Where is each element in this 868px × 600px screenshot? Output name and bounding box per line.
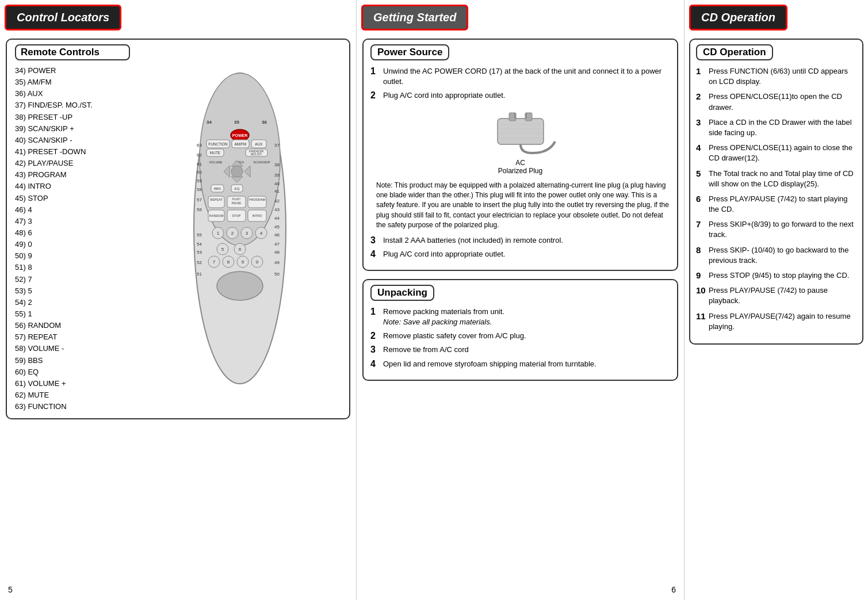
svg-text:53: 53 (197, 250, 202, 255)
cd-op-title: CD Operation (696, 44, 773, 60)
svg-text:52: 52 (197, 260, 202, 265)
cd-op-item: 2Press OPEN/CLOSE(11)to open the CD draw… (696, 91, 856, 112)
svg-text:VOLUME: VOLUME (209, 160, 223, 164)
svg-text:3: 3 (245, 231, 248, 236)
rc-list-item: 45) STOP (15, 193, 130, 204)
rc-list-item: 40) SCAN/SKIP - (15, 135, 130, 146)
cd-op-text: Press OPEN/CLOSE(11) again to close the … (709, 143, 856, 163)
power-steps: 1 Unwind the AC POWER CORD (17) at the b… (370, 66, 670, 101)
rc-list: 34) POWER35) AM/FM36) AUX37) FIND/ESP. M… (15, 65, 130, 412)
remote-controls-box: Remote Controls 34) POWER35) AM/FM36) AU… (6, 39, 350, 419)
step-text-2: Plug A/C cord into appropriate outlet. (383, 90, 670, 101)
unpack-text-2: Remove plastic safety cover from A/C plu… (383, 331, 670, 341)
svg-text:60: 60 (197, 170, 202, 175)
rc-list-item: 35) AM/FM (15, 77, 130, 88)
cd-op-num: 2 (696, 91, 709, 112)
right-header: CD Operation (689, 5, 787, 30)
cd-op-item: 4Press OPEN/CLOSE(11) again to close the… (696, 143, 856, 163)
svg-text:61: 61 (197, 162, 202, 167)
svg-text:FUNCTION: FUNCTION (208, 142, 228, 146)
rc-list-item: 49) 0 (15, 239, 130, 250)
svg-text:50: 50 (274, 272, 280, 277)
power-note: Note: This product may be equipped with … (376, 181, 670, 231)
svg-point-36 (231, 166, 243, 177)
cd-op-num: 10 (696, 285, 709, 306)
rc-list-item: 48) 6 (15, 227, 130, 239)
svg-text:37: 37 (274, 143, 280, 148)
middle-panel: Getting Started Power Source 1 Unwind th… (357, 0, 685, 600)
svg-text:44: 44 (274, 216, 280, 221)
power-step-1: 1 Unwind the AC POWER CORD (17) at the b… (370, 66, 670, 87)
svg-text:39: 39 (274, 173, 280, 178)
rc-list-item: 34) POWER (15, 65, 130, 77)
rc-list-item: 41) PRESET -DOWN (15, 146, 130, 158)
rc-list-item: 61) VOLUME + (15, 378, 130, 389)
svg-text:51: 51 (197, 272, 202, 277)
unpack-text-3: Remove tie from A/C cord (383, 345, 670, 355)
svg-text:54: 54 (197, 242, 202, 247)
step-num-4: 4 (370, 249, 383, 259)
rc-list-item: 62) MUTE (15, 389, 130, 401)
cd-op-text: Press OPEN/CLOSE(11)to open the CD drawe… (709, 91, 856, 112)
cd-op-item: 3Place a CD in the CD Drawer with the la… (696, 117, 856, 138)
cd-op-item: 5The Total track no and Total play time … (696, 169, 856, 189)
cd-op-text: Press STOP (9/45) to stop playing the CD… (709, 270, 856, 281)
svg-text:PLAY/: PLAY/ (232, 197, 240, 201)
step-text-4: Plug A/C cord into appropriate outlet. (383, 249, 670, 259)
svg-text:MO./ST.: MO./ST. (251, 152, 262, 156)
svg-text:AUX: AUX (255, 142, 263, 146)
step-text-1: Unwind the AC POWER CORD (17) at the bac… (383, 66, 670, 87)
svg-text:7: 7 (212, 259, 215, 265)
unpack-step-2: 2 Remove plastic safety cover from A/C p… (370, 331, 670, 341)
step-num-2: 2 (370, 90, 383, 101)
unpack-step-3: 3 Remove tie from A/C cord (370, 345, 670, 355)
page-num-middle: 6 (671, 585, 676, 594)
rc-list-item: 56) RANDOM (15, 320, 130, 331)
rc-list-item: 44) INTRO (15, 181, 130, 192)
cd-op-item: 7Press SKIP+(8/39) to go forward to the … (696, 219, 856, 240)
rc-list-item: 46) 4 (15, 204, 130, 216)
svg-text:57: 57 (197, 197, 202, 202)
svg-text:43: 43 (274, 207, 280, 212)
left-header: Control Locators (5, 5, 121, 30)
svg-text:34: 34 (207, 120, 212, 125)
power-source-title: Power Source (370, 44, 449, 60)
cd-op-num: 8 (696, 245, 709, 266)
rc-list-item: 38) PRESET -UP (15, 112, 130, 123)
svg-text:8: 8 (227, 259, 230, 265)
svg-text:5: 5 (221, 247, 224, 252)
unpack-num-2: 2 (370, 331, 383, 341)
svg-text:45: 45 (274, 224, 280, 230)
cd-op-num: 7 (696, 219, 709, 240)
rc-list-item: 36) AUX (15, 88, 130, 100)
cd-op-item: 11Press PLAY/PAUSE(7/42) again to resume… (696, 311, 856, 332)
cd-op-item: 6Press PLAY/PAUSE (7/42) to start playin… (696, 194, 856, 215)
cd-op-list: 1Press FUNCTION (6/63) until CD appears … (696, 66, 856, 332)
unpack-text-1: Remove packing materials from unit. Note… (383, 307, 670, 327)
rc-list-item: 39) SCAN/SKIP + (15, 123, 130, 135)
svg-text:EQ: EQ (234, 187, 239, 190)
svg-text:48: 48 (274, 250, 280, 255)
svg-text:4: 4 (259, 231, 262, 236)
power-steps-2: 3 Install 2 AAA batteries (not included)… (370, 235, 670, 259)
step-text-3: Install 2 AAA batteries (not included) i… (383, 235, 670, 246)
svg-text:59: 59 (197, 178, 202, 184)
svg-text:1: 1 (216, 231, 219, 236)
svg-text:55: 55 (197, 232, 202, 238)
cd-op-num: 1 (696, 66, 709, 87)
svg-text:STOP: STOP (232, 214, 240, 217)
rc-list-item: 51) 8 (15, 262, 130, 273)
svg-text:38: 38 (274, 162, 280, 167)
remote-image-area: 34 35 36 POWER 37 FUNCTION AM/FM AUX 63 … (130, 44, 343, 412)
svg-text:9: 9 (241, 259, 244, 265)
svg-text:36: 36 (262, 120, 267, 125)
unpacking-box: Unpacking 1 Remove packing materials fro… (362, 279, 678, 381)
unpack-num-4: 4 (370, 359, 383, 369)
svg-text:42: 42 (274, 198, 280, 204)
plug-area: ACPolarized Plug (370, 107, 670, 175)
rc-list-item: 54) 2 (15, 297, 130, 308)
rc-list-item: 59) BBS (15, 355, 130, 366)
rc-list-item: 43) PROGRAM (15, 169, 130, 181)
rc-list-item: 60) EQ (15, 366, 130, 378)
svg-text:62: 62 (197, 152, 202, 158)
